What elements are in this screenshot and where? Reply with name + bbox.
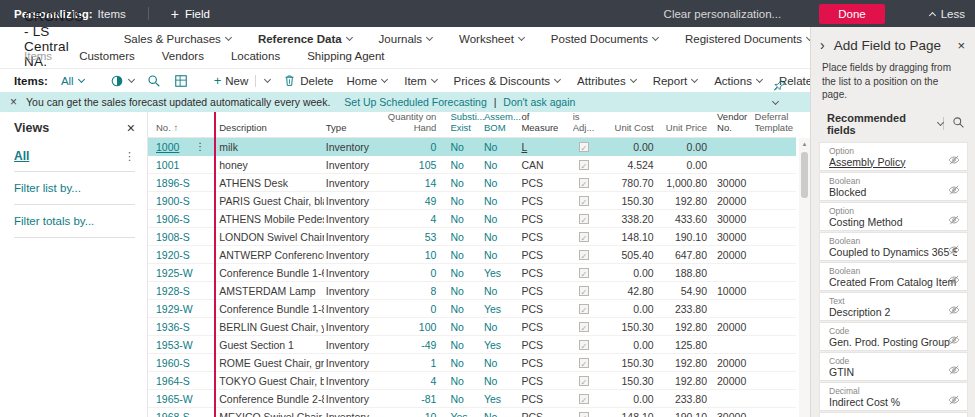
draggable-field-card[interactable]: Text Description 2	[819, 292, 968, 321]
item-type-cell[interactable]: Inventory	[324, 375, 379, 387]
item-unit-cost-cell[interactable]: 780.70	[602, 177, 659, 189]
item-description-cell[interactable]: ATHENS Mobile Pedestal	[213, 213, 324, 225]
item-type-cell[interactable]: Inventory	[324, 159, 379, 171]
item-unit-price-cell[interactable]: 190.10	[660, 231, 713, 243]
done-button[interactable]: Done	[819, 4, 885, 24]
item-type-cell[interactable]: Inventory	[324, 357, 379, 369]
table-row[interactable]: 1920-S ⋮ ANTWERP Conference Table Invent…	[148, 246, 796, 264]
item-no-link[interactable]: 1900-S	[156, 195, 190, 207]
recommended-fields-dropdown[interactable]: Recommended fields	[827, 112, 933, 136]
item-assembly-cell[interactable]: No	[484, 357, 522, 369]
item-base-unit-cell[interactable]: PCS	[521, 285, 543, 297]
item-type-cell[interactable]: Inventory	[324, 321, 379, 333]
item-base-unit-cell[interactable]: PCS	[521, 339, 543, 351]
item-no-link[interactable]: 1968-S	[156, 411, 190, 417]
item-description-cell[interactable]: MEXICO Swivel Chair, black	[213, 411, 324, 417]
item-description-cell[interactable]: Conference Bundle 1-8	[213, 303, 324, 315]
item-vendor-cell[interactable]: 30000	[713, 411, 755, 417]
item-vendor-cell[interactable]: 30000	[713, 177, 755, 189]
search-icon[interactable]	[147, 74, 161, 88]
item-assembly-cell[interactable]: No	[484, 195, 522, 207]
page-tab[interactable]: Customers	[79, 50, 135, 62]
scrollbar-thumb[interactable]	[801, 152, 808, 198]
table-row[interactable]: 1968-S ⋮ MEXICO Swivel Chair, black Inve…	[148, 408, 796, 417]
delete-button[interactable]: Delete	[283, 74, 333, 87]
item-unit-cost-cell[interactable]: 4.524	[602, 159, 659, 171]
item-qty-cell[interactable]: 0	[379, 267, 450, 279]
draggable-field-card[interactable]: Code Inventory Posting Group	[819, 412, 968, 417]
draggable-field-card[interactable]: Code GTIN	[819, 352, 968, 381]
item-unit-price-cell[interactable]: 54.90	[660, 285, 713, 297]
table-row[interactable]: 1900-S ⋮ PARIS Guest Chair, black Invent…	[148, 192, 796, 210]
clear-personalization-button[interactable]: Clear personalization...	[664, 8, 782, 20]
item-description-cell[interactable]: AMSTERDAM Lamp	[213, 285, 324, 297]
item-assembly-cell[interactable]: No	[484, 213, 522, 225]
chevron-down-icon[interactable]	[772, 97, 779, 104]
item-substitutes-cell[interactable]: No	[450, 195, 484, 207]
filter-totals-by-link[interactable]: Filter totals by...	[14, 204, 135, 238]
item-type-cell[interactable]: Inventory	[324, 393, 379, 405]
item-no-link[interactable]: 1896-S	[156, 177, 190, 189]
item-unit-cost-cell[interactable]: 0.00	[602, 141, 659, 153]
toolbar-menu[interactable]: Home	[347, 75, 388, 87]
item-no-link[interactable]: 1965-W	[156, 393, 193, 405]
item-substitutes-cell[interactable]: No	[450, 375, 484, 387]
item-base-unit-cell[interactable]: PCS	[521, 411, 543, 417]
less-toggle-button[interactable]: Less	[925, 8, 965, 20]
item-qty-cell[interactable]: 0	[379, 141, 450, 153]
toolbar-menu[interactable]: Prices & Discounts	[454, 75, 561, 87]
item-type-cell[interactable]: Inventory	[324, 267, 379, 279]
column-header-cost-adj[interactable]: Cost is Adj...	[573, 112, 603, 134]
item-unit-price-cell[interactable]: 192.80	[660, 195, 713, 207]
item-description-cell[interactable]: ROME Guest Chair, green	[213, 357, 324, 369]
item-substitutes-cell[interactable]: No	[450, 159, 484, 171]
table-row[interactable]: 1953-W ⋮ Guest Section 1 Inventory -49 N…	[148, 336, 796, 354]
item-description-cell[interactable]: TOKYO Guest Chair, blue	[213, 375, 324, 387]
item-unit-price-cell[interactable]: 433.60	[660, 213, 713, 225]
filter-list-by-link[interactable]: Filter list by...	[14, 171, 135, 204]
column-header-base-unit[interactable]: Base Unit of Measure	[521, 112, 572, 134]
item-vendor-cell[interactable]: 20000	[713, 195, 755, 207]
column-header-unit-price[interactable]: Unit Price	[660, 123, 713, 134]
item-description-cell[interactable]: ATHENS Desk	[213, 177, 324, 189]
item-base-unit-cell[interactable]: CAN	[521, 159, 543, 171]
table-row[interactable]: 1908-S ⋮ LONDON Swivel Chair, blue Inven…	[148, 228, 796, 246]
row-context-menu-icon[interactable]: ⋮	[195, 141, 213, 152]
open-in-excel-icon[interactable]	[174, 74, 188, 88]
item-qty-cell[interactable]: 10	[379, 411, 450, 417]
item-assembly-cell[interactable]: No	[484, 177, 522, 189]
item-base-unit-cell[interactable]: PCS	[521, 375, 543, 387]
item-base-unit-cell[interactable]: PCS	[521, 267, 543, 279]
item-substitutes-cell[interactable]: No	[450, 141, 484, 153]
item-unit-price-cell[interactable]: 647.80	[660, 249, 713, 261]
draggable-field-card[interactable]: Boolean Coupled to Dynamics 365 Sa...	[819, 232, 968, 261]
collapse-panel-icon[interactable]: ›	[820, 37, 825, 53]
item-base-unit-cell[interactable]: PCS	[521, 231, 543, 243]
table-row[interactable]: 1000 ⋮ milk Inventory 0 No No L ✓	[148, 138, 796, 156]
analyze-icon[interactable]	[110, 74, 134, 88]
toolbar-menu[interactable]: Attributes	[577, 75, 636, 87]
column-header-substitutes[interactable]: Substi... Exist	[450, 112, 484, 134]
item-type-cell[interactable]: Inventory	[324, 249, 379, 261]
item-unit-cost-cell[interactable]: 42.80	[602, 285, 659, 297]
new-button[interactable]: + New	[214, 73, 271, 88]
nav-menu-item[interactable]: Registered Documents	[685, 33, 812, 45]
item-qty-cell[interactable]: -49	[379, 339, 450, 351]
item-unit-cost-cell[interactable]: 148.10	[602, 411, 659, 417]
item-assembly-cell[interactable]: Yes	[484, 393, 522, 405]
item-type-cell[interactable]: Inventory	[324, 411, 379, 417]
item-no-link[interactable]: 1953-W	[156, 339, 193, 351]
item-base-unit-cell[interactable]: PCS	[521, 393, 543, 405]
column-header-vendor[interactable]: Vendor No.	[713, 112, 755, 134]
page-tab[interactable]: Shipping Agent	[307, 50, 384, 62]
item-description-cell[interactable]: BERLIN Guest Chair, yellow	[213, 321, 324, 333]
item-qty-cell[interactable]: 0	[379, 303, 450, 315]
item-unit-cost-cell[interactable]: 0.00	[602, 267, 659, 279]
view-selector[interactable]: All	[61, 75, 84, 87]
item-substitutes-cell[interactable]: No	[450, 267, 484, 279]
item-substitutes-cell[interactable]: No	[450, 213, 484, 225]
item-qty-cell[interactable]: 10	[379, 249, 450, 261]
item-substitutes-cell[interactable]: No	[450, 339, 484, 351]
item-base-unit-cell[interactable]: PCS	[521, 357, 543, 369]
draggable-field-card[interactable]: Boolean Created From Catalog Item	[819, 262, 968, 291]
